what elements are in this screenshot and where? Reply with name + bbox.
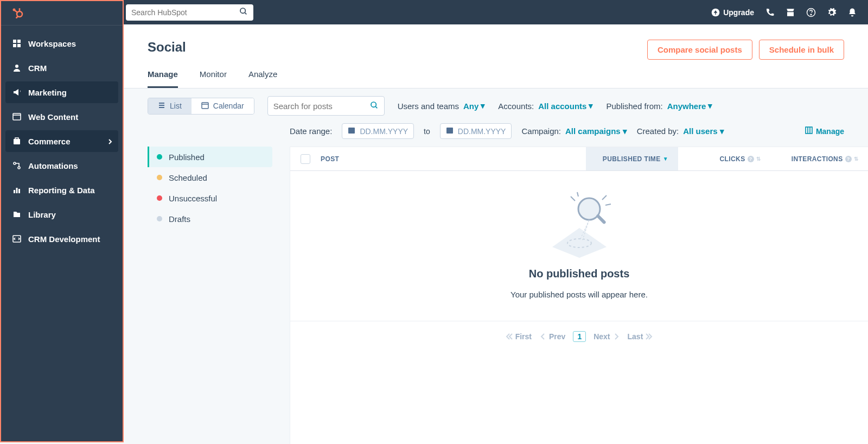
global-search-input[interactable]	[131, 8, 234, 17]
col-interactions[interactable]: INTERACTIONS ? ⇅	[770, 155, 868, 163]
sidebar-item-workspaces[interactable]: Workspaces	[5, 33, 118, 54]
status-scheduled[interactable]: Scheduled	[148, 167, 272, 188]
library-icon	[12, 210, 22, 219]
sidebar-item-label: Library	[28, 210, 56, 219]
help-icon[interactable]	[806, 8, 816, 17]
commerce-icon	[12, 136, 22, 146]
hubspot-logo[interactable]	[1, 1, 123, 26]
daterange-label: Date range:	[290, 126, 332, 136]
chevron-down-icon: ▾	[589, 101, 593, 111]
view-list-button[interactable]: List	[148, 98, 192, 114]
empty-illustration-icon	[541, 193, 617, 258]
svg-line-45	[602, 195, 607, 200]
upgrade-button[interactable]: Upgrade	[711, 8, 754, 17]
manage-columns-link[interactable]: Manage	[805, 126, 844, 136]
list-icon	[158, 102, 165, 111]
status-label: Scheduled	[169, 173, 207, 182]
svg-rect-16	[17, 44, 21, 47]
empty-title: No published posts	[529, 268, 630, 280]
svg-rect-36	[446, 128, 453, 134]
col-clicks[interactable]: CLICKS ? ⇅	[678, 155, 770, 163]
filter-publishedfrom[interactable]: Published from: Anywhere▾	[606, 101, 712, 111]
date-to-placeholder: DD.MM.YYYY	[458, 127, 506, 136]
schedule-bulk-button[interactable]: Schedule in bulk	[759, 40, 844, 60]
pager-next[interactable]: Next	[593, 332, 620, 341]
chevron-down-icon: ▾	[720, 126, 724, 136]
phone-icon[interactable]	[765, 8, 775, 17]
tab-analyze[interactable]: Analyze	[248, 69, 277, 88]
bell-icon[interactable]	[847, 8, 857, 17]
pager-prev[interactable]: Prev	[539, 332, 565, 341]
col-published-time[interactable]: PUBLISHED TIME ▼	[586, 147, 678, 170]
date-to-input[interactable]: DD.MM.YYYY	[440, 123, 512, 139]
sidebar-item-commerce[interactable]: Commerce	[5, 130, 118, 152]
empty-state: No published posts Your published posts …	[290, 171, 868, 321]
search-icon	[239, 7, 248, 17]
view-toggle: List Calendar	[148, 98, 254, 115]
marketplace-icon[interactable]	[786, 8, 795, 17]
sidebar-item-label: Web Content	[28, 112, 78, 122]
pager-page-1[interactable]: 1	[573, 331, 586, 342]
filter-users-value: Any	[463, 102, 478, 111]
upgrade-label: Upgrade	[723, 8, 754, 17]
sidebar-item-label: Marketing	[28, 88, 67, 97]
pager-last[interactable]: Last	[628, 332, 654, 341]
calendar-icon	[348, 126, 355, 136]
sidebar: Workspaces CRM Marketing Web Content Com…	[0, 0, 124, 442]
tab-manage[interactable]: Manage	[148, 69, 178, 88]
sidebar-item-automations[interactable]: Automations	[5, 155, 118, 176]
status-unsuccessful[interactable]: Unsuccessful	[148, 188, 272, 208]
status-label: Published	[169, 153, 205, 162]
pager-first[interactable]: First	[505, 332, 532, 341]
sidebar-item-label: CRM Development	[28, 234, 100, 244]
svg-point-22	[14, 162, 16, 164]
tab-monitor[interactable]: Monitor	[200, 69, 227, 88]
sidebar-item-label: Workspaces	[28, 39, 76, 48]
filter-accounts-value: All accounts	[538, 102, 586, 111]
global-search[interactable]	[126, 4, 253, 21]
filter-campaign-value: All campaigns	[565, 126, 621, 136]
sort-icon: ⇅	[854, 156, 858, 162]
filter-createdby-label: Created by:	[637, 126, 679, 136]
svg-rect-3	[787, 12, 794, 16]
crm-icon	[12, 63, 22, 73]
sidebar-item-marketing[interactable]: Marketing	[5, 81, 118, 103]
status-drafts[interactable]: Drafts	[148, 208, 272, 229]
calendar-icon	[446, 126, 454, 136]
filter-accounts[interactable]: Accounts: All accounts▾	[498, 101, 593, 111]
svg-rect-15	[13, 44, 16, 47]
svg-rect-24	[14, 190, 15, 193]
view-calendar-label: Calendar	[213, 102, 244, 110]
filter-publishedfrom-label: Published from:	[606, 102, 662, 111]
pager-last-label: Last	[628, 332, 643, 341]
compare-posts-button[interactable]: Compare social posts	[647, 40, 752, 60]
filter-createdby[interactable]: Created by: All users▾	[637, 126, 724, 136]
sidebar-item-reporting[interactable]: Reporting & Data	[5, 179, 118, 201]
pager-prev-label: Prev	[549, 332, 565, 341]
filter-campaign[interactable]: Campaign: All campaigns▾	[521, 126, 627, 136]
select-all-checkbox[interactable]	[290, 154, 321, 164]
view-calendar-button[interactable]: Calendar	[192, 98, 254, 114]
svg-line-43	[571, 196, 575, 201]
sidebar-item-library[interactable]: Library	[5, 204, 118, 225]
svg-rect-25	[16, 188, 18, 193]
post-search-input[interactable]	[273, 102, 360, 111]
svg-point-0	[240, 8, 245, 13]
post-search[interactable]	[267, 96, 385, 116]
svg-point-10	[19, 8, 21, 10]
col-label: CLICKS	[720, 155, 745, 163]
gear-icon[interactable]	[827, 8, 837, 17]
automations-icon	[12, 161, 22, 170]
pager-next-label: Next	[593, 332, 610, 341]
svg-point-12	[16, 17, 17, 18]
svg-rect-13	[13, 40, 16, 43]
status-published[interactable]: Published	[148, 147, 272, 167]
sidebar-item-crm[interactable]: CRM	[5, 57, 118, 79]
page-title: Social	[148, 40, 186, 55]
sidebar-item-crmdev[interactable]: CRM Development	[5, 228, 118, 250]
sidebar-item-webcontent[interactable]: Web Content	[5, 106, 118, 128]
webcontent-icon	[12, 112, 22, 122]
date-from-input[interactable]: DD.MM.YYYY	[342, 123, 414, 139]
col-post[interactable]: POST	[321, 155, 586, 163]
filter-users[interactable]: Users and teams Any▾	[398, 101, 486, 111]
